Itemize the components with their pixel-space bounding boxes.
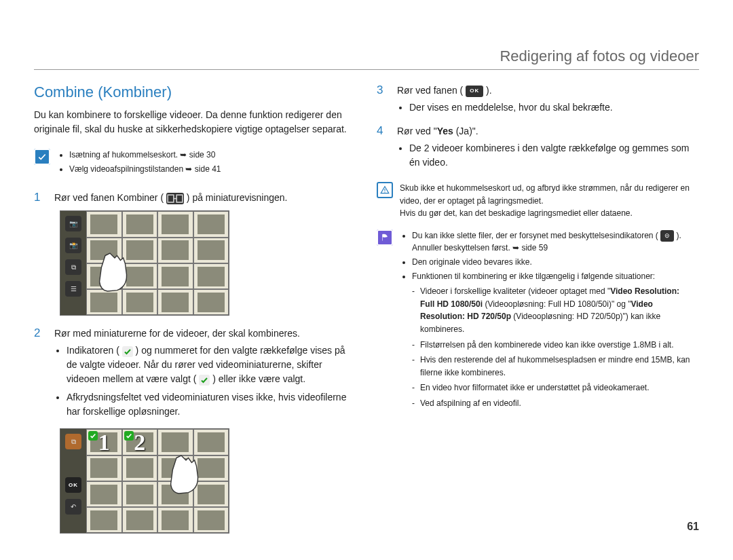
note-subitem: En video hvor filformatet ikke er unders… [412, 381, 696, 394]
thumb-cell [193, 507, 229, 533]
grid-sidebar: ⧉ OK ↶ [60, 429, 86, 533]
thumb-cell [86, 455, 122, 481]
sidebar-btn-settings-icon: ☰ [65, 281, 81, 297]
step-number: 3 [377, 83, 388, 97]
step-text: Rør med miniaturerne for de videoer, der… [54, 328, 300, 339]
step-bullet: Indikatoren ( ) og nummeret for den valg… [67, 343, 353, 386]
yes-label: Yes [437, 126, 453, 136]
step-text: (Ja)". [453, 126, 478, 136]
step-text: ). [486, 85, 492, 96]
warning-box: Skub ikke et hukommelseskort ud, og afbr… [377, 182, 696, 220]
thumb-cell [157, 263, 193, 289]
note-item: Funktionen til kombinering er ikke tilgæ… [412, 270, 696, 410]
section-title: Combine (Kombiner) [34, 83, 353, 101]
step-text: Rør ved fanen ( [397, 85, 463, 96]
notes-box: Du kan ikke slette filer, der er forsyne… [377, 229, 696, 413]
thumb-cell [157, 211, 193, 237]
thumb-cell [86, 263, 122, 289]
selection-number: 2 [123, 430, 157, 454]
step-1: 1 Rør ved fanen Kombiner ( ) på miniatur… [34, 191, 353, 205]
note-item: Du kan ikke slette filer, der er forsyne… [412, 229, 696, 255]
prereq-text: Isætning af hukommelseskort. [69, 150, 178, 160]
warning-text: Skub ikke et hukommelseskort ud, og afbr… [400, 182, 696, 207]
ok-label: OK [470, 87, 479, 95]
thumb-cell [193, 289, 229, 315]
svg-point-3 [384, 191, 385, 192]
thumb-cell [157, 481, 193, 507]
thumb-cell [86, 507, 122, 533]
thumb-cell-selected: 2 [122, 429, 158, 455]
checkmark-icon [34, 149, 50, 165]
grid-sidebar: 📷 📸 ⧉ ☰ [60, 211, 86, 315]
sidebar-btn-combine-icon: ⧉ [65, 434, 81, 449]
warning-text: Hvis du gør det, kan det beskadige lagri… [400, 207, 696, 220]
note-subitem: Hvis den resterende del af hukommelsespl… [412, 354, 696, 379]
step-number: 1 [34, 191, 45, 204]
note-subitem: Ved afspilning af en videofil. [412, 397, 696, 410]
warning-triangle-icon [377, 182, 393, 198]
step-number: 4 [377, 124, 388, 138]
page-ref: side 59 [521, 243, 548, 253]
step-2: 2 Rør med miniaturerne for de videoer, d… [34, 326, 353, 423]
selection-number: 1 [87, 430, 121, 454]
combine-tab-icon [166, 193, 184, 204]
step-text: Rør ved fanen Kombiner ( [54, 192, 164, 203]
svg-rect-1 [176, 195, 183, 202]
ok-label: OK [69, 482, 78, 488]
thumb-cell [86, 211, 122, 237]
thumb-cell [157, 238, 193, 263]
prereq-text: Vælg videoafspilningstilstanden [69, 164, 183, 174]
thumb-cell [122, 481, 158, 507]
prerequisites-box: Isætning af hukommelseskort. ➥ side 30 V… [34, 149, 353, 177]
step-4: 4 Rør ved "Yes (Ja)". De 2 videoer kombi… [377, 124, 696, 174]
thumb-cell [157, 507, 193, 533]
page-ref: side 30 [189, 150, 216, 160]
note-subitem: Filstørrelsen på den kombinerede video k… [412, 339, 696, 352]
thumb-cell [86, 238, 122, 263]
thumb-cell [157, 455, 193, 481]
thumb-cell [157, 289, 193, 315]
green-check-icon [122, 346, 133, 357]
thumbnail-grid-illustration-2: ⧉ OK ↶ 1 2 [60, 428, 229, 534]
page-number: 61 [687, 521, 699, 533]
thumb-cell [86, 289, 122, 315]
thumb-cell [122, 211, 158, 237]
page-ref: side 41 [195, 164, 221, 174]
thumb-cell [193, 481, 229, 507]
thumb-cell [157, 429, 193, 455]
sidebar-btn-camera-icon: 📷 [65, 216, 81, 231]
note-icon [377, 229, 393, 246]
note-subitem: Videoer i forskellige kvaliteter (videoe… [412, 285, 696, 335]
step-bullet: Afkrydsningsfeltet ved videominiaturen v… [67, 390, 353, 419]
arrow-icon: ➥ [180, 150, 187, 160]
step-bullet: De 2 videoer kombineres i den valgte ræk… [409, 141, 696, 170]
arrow-icon: ➥ [512, 243, 519, 253]
green-check-icon [199, 375, 210, 386]
thumb-cell [122, 455, 158, 481]
thumb-cell [193, 263, 229, 289]
thumb-cell-selected: 1 [86, 429, 122, 455]
thumb-cell [122, 263, 158, 289]
sidebar-btn-photo-icon: 📸 [65, 238, 81, 253]
ok-tab-icon: OK [466, 86, 483, 97]
key-icon: ⊝ [660, 230, 674, 242]
step-3: 3 Rør ved fanen ( OK ). Der vises en med… [377, 83, 696, 119]
thumb-cell [193, 238, 229, 263]
intro-text: Du kan kombinere to forskellige videoer.… [34, 108, 353, 136]
prerequisite-item: Vælg videoafspilningstilstanden ➥ side 4… [69, 163, 221, 176]
step-text: Rør ved " [397, 126, 437, 136]
prerequisite-item: Isætning af hukommelseskort. ➥ side 30 [69, 149, 221, 162]
thumb-cell [122, 238, 158, 263]
thumb-cell [193, 211, 229, 237]
thumbnail-grid-illustration-1: 📷 📸 ⧉ ☰ [60, 210, 229, 316]
sidebar-btn-back-icon: ↶ [65, 499, 81, 515]
thumb-cell [122, 289, 158, 315]
sidebar-btn-ok: OK [65, 477, 81, 493]
step-bullet: Der vises en meddelelse, hvor du skal be… [409, 100, 696, 115]
svg-rect-0 [168, 195, 174, 202]
thumb-cell [193, 455, 229, 481]
note-item: Den originale video bevares ikke. [412, 256, 696, 269]
thumb-cell [193, 429, 229, 455]
thumb-cell [122, 507, 158, 533]
step-number: 2 [34, 326, 45, 340]
